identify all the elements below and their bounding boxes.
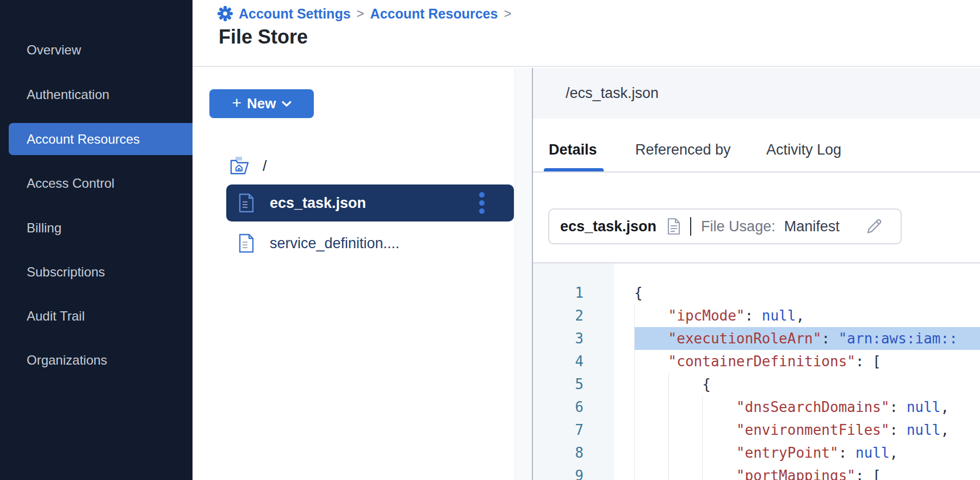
card-divider bbox=[690, 217, 691, 236]
code-viewer[interactable]: 1 { 2 "ipcMode": null, 3 "executionRoleA… bbox=[533, 262, 980, 480]
file-icon bbox=[238, 233, 255, 253]
indent-guide bbox=[634, 464, 668, 480]
code-line: 5 { bbox=[533, 373, 980, 396]
file-details-panel: /ecs_task.json DetailsReferenced byActiv… bbox=[533, 68, 980, 480]
gear-icon bbox=[218, 6, 233, 21]
details-tabbar: DetailsReferenced byActivity Log bbox=[533, 119, 980, 189]
indent-guide bbox=[702, 396, 736, 419]
app-window: OverviewAuthenticationAccount ResourcesA… bbox=[0, 0, 980, 480]
sidebar-item-label: Audit Trail bbox=[27, 309, 85, 324]
code-line-content: { bbox=[634, 281, 980, 304]
indent-guide bbox=[668, 464, 703, 480]
home-folder-icon bbox=[230, 156, 252, 176]
breadcrumb-account-settings[interactable]: Account Settings bbox=[239, 6, 351, 22]
indent-guide bbox=[668, 441, 703, 464]
indent-guide bbox=[702, 464, 736, 480]
document-icon bbox=[666, 218, 681, 235]
settings-sidebar: OverviewAuthenticationAccount ResourcesA… bbox=[0, 0, 193, 480]
tab-activity-log[interactable]: Activity Log bbox=[766, 139, 841, 161]
sidebar-item-audit-trail[interactable]: Audit Trail bbox=[0, 300, 193, 332]
tabbar-border bbox=[533, 171, 980, 173]
line-number: 9 bbox=[533, 464, 614, 480]
new-file-button[interactable]: + New bbox=[209, 89, 314, 118]
sidebar-item-authentication[interactable]: Authentication bbox=[0, 78, 193, 110]
new-button-label: New bbox=[247, 95, 276, 112]
line-number: 6 bbox=[533, 396, 614, 419]
file-name-label: ecs_task.json bbox=[270, 195, 366, 212]
sidebar-item-organizations[interactable]: Organizations bbox=[0, 344, 193, 376]
sidebar-item-subscriptions[interactable]: Subscriptions bbox=[0, 256, 193, 288]
plus-icon: + bbox=[232, 95, 242, 111]
file-path: /ecs_task.json bbox=[566, 85, 659, 102]
sidebar-item-account-resources[interactable]: Account Resources bbox=[9, 123, 193, 155]
file-usage-label: File Usage: bbox=[701, 218, 776, 235]
code-line-content: "ipcMode": null, bbox=[634, 304, 980, 327]
sidebar-item-overview[interactable]: Overview bbox=[0, 34, 193, 66]
breadcrumb-separator: > bbox=[504, 6, 511, 21]
sidebar-item-label: Overview bbox=[27, 42, 81, 58]
indent-guide bbox=[634, 350, 668, 373]
tab-details[interactable]: Details bbox=[549, 139, 597, 161]
code-line: 9 "portMappings": [ bbox=[533, 464, 980, 480]
file-row-service_definition-[interactable]: service_definition.... bbox=[226, 225, 514, 262]
line-number: 2 bbox=[533, 304, 614, 327]
breadcrumb-account-resources[interactable]: Account Resources bbox=[370, 6, 498, 22]
root-folder-label: / bbox=[263, 158, 267, 175]
code-line-content: "executionRoleArn": "arn:aws:iam:: bbox=[634, 327, 980, 350]
indent-guide bbox=[668, 396, 703, 419]
file-info-card: ecs_task.json File Usage: Manifest bbox=[548, 208, 902, 244]
breadcrumb: Account Settings > Account Resources > bbox=[218, 5, 511, 22]
sidebar-item-label: Authentication bbox=[27, 87, 109, 102]
code-line-content: "entryPoint": null, bbox=[634, 441, 980, 464]
indent-guide bbox=[634, 396, 668, 419]
indent-guide bbox=[702, 441, 736, 464]
line-number: 7 bbox=[533, 419, 614, 441]
line-number: 3 bbox=[533, 327, 614, 350]
code-line: 6 "dnsSearchDomains": null, bbox=[533, 396, 980, 419]
sidebar-item-label: Access Control bbox=[27, 176, 114, 191]
code-lines: 1 { 2 "ipcMode": null, 3 "executionRoleA… bbox=[533, 281, 980, 480]
breadcrumb-separator: > bbox=[357, 6, 364, 21]
indent-guide bbox=[634, 327, 668, 350]
indent-guide bbox=[668, 373, 703, 396]
indent-guide bbox=[702, 419, 736, 441]
file-tree-scrollbar[interactable] bbox=[514, 68, 532, 480]
kebab-menu-icon[interactable] bbox=[477, 190, 487, 216]
edit-usage-pencil-icon[interactable] bbox=[865, 217, 883, 236]
chevron-down-icon bbox=[282, 101, 291, 107]
file-usage-value: Manifest bbox=[784, 218, 840, 235]
file-name-label: service_definition.... bbox=[270, 235, 400, 252]
sidebar-item-label: Account Resources bbox=[27, 132, 140, 147]
indent-guide bbox=[634, 441, 668, 464]
code-line-content: "portMappings": [ bbox=[634, 464, 980, 480]
indent-guide bbox=[634, 304, 668, 327]
sidebar-item-billing[interactable]: Billing bbox=[0, 212, 193, 244]
code-line: 2 "ipcMode": null, bbox=[533, 304, 980, 327]
code-line-content: { bbox=[634, 373, 980, 396]
indent-guide bbox=[634, 373, 668, 396]
code-line: 3 "executionRoleArn": "arn:aws:iam:: bbox=[533, 327, 980, 350]
indent-guide bbox=[634, 419, 668, 441]
code-line-content: "containerDefinitions": [ bbox=[634, 350, 980, 373]
line-number: 8 bbox=[533, 441, 614, 464]
file-icon bbox=[238, 193, 255, 213]
root-folder-row[interactable]: / bbox=[230, 154, 267, 178]
file-tree-panel: + New / bbox=[193, 68, 514, 480]
sidebar-item-access-control[interactable]: Access Control bbox=[0, 167, 193, 199]
code-line: 7 "environmentFiles": null, bbox=[533, 419, 980, 441]
code-line: 4 "containerDefinitions": [ bbox=[533, 350, 980, 373]
page-header: Account Settings > Account Resources > F… bbox=[193, 0, 980, 67]
line-number: 1 bbox=[533, 281, 614, 304]
file-path-header: /ecs_task.json bbox=[533, 68, 980, 119]
code-line: 1 { bbox=[533, 281, 980, 304]
page-title: File Store bbox=[219, 26, 308, 48]
line-number: 4 bbox=[533, 350, 614, 373]
sidebar-item-label: Subscriptions bbox=[27, 264, 105, 280]
tab-referenced-by[interactable]: Referenced by bbox=[635, 139, 731, 161]
indent-guide bbox=[668, 419, 703, 441]
file-name: ecs_task.json bbox=[560, 218, 656, 235]
sidebar-item-label: Billing bbox=[27, 220, 61, 236]
file-row-ecs_task-json[interactable]: ecs_task.json bbox=[226, 184, 514, 221]
line-number: 5 bbox=[533, 373, 614, 396]
sidebar-item-label: Organizations bbox=[27, 353, 107, 368]
